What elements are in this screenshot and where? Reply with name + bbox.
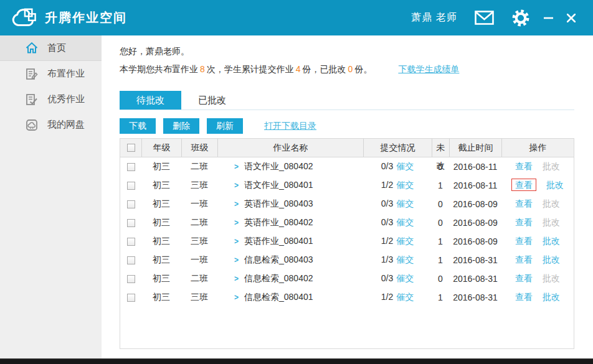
deadline-cell: 2016-08-09: [449, 236, 501, 246]
sidebar-item-cloud-drive[interactable]: 我的网盘: [0, 112, 102, 138]
submission-count: 1/2: [381, 180, 393, 190]
grade-link[interactable]: 批改: [543, 217, 560, 227]
homework-name-cell[interactable]: >英语作业_080402: [217, 217, 363, 228]
homework-name[interactable]: 语文作业_080401: [244, 180, 313, 190]
grade-link[interactable]: 批改: [546, 180, 564, 190]
view-link[interactable]: 查看: [515, 217, 533, 227]
view-link[interactable]: 查看: [515, 273, 533, 283]
actions-cell: 查看批改: [501, 217, 574, 228]
table-row: 初三二班>信息检索_0804020/3催交02016-08-31查看批改: [120, 269, 574, 288]
grade-cell: 初三: [141, 236, 181, 247]
view-link[interactable]: 查看: [515, 254, 533, 264]
view-link[interactable]: 查看: [515, 161, 533, 171]
row-checkbox[interactable]: [127, 200, 135, 208]
ungraded-cell: 1: [432, 236, 449, 246]
grade-link[interactable]: 批改: [543, 292, 560, 302]
actions-cell: 查看批改: [501, 161, 574, 172]
row-checkbox[interactable]: [127, 294, 135, 302]
homework-name-cell[interactable]: >语文作业_080402: [217, 161, 363, 172]
row-checkbox[interactable]: [127, 219, 135, 227]
open-download-dir-link[interactable]: 打开下载目录: [264, 121, 316, 132]
mail-icon[interactable]: [475, 11, 494, 25]
urge-link[interactable]: 催交: [396, 161, 414, 171]
homework-name[interactable]: 英语作业_080403: [244, 198, 313, 208]
homework-name[interactable]: 信息检索_080401: [244, 292, 313, 302]
row-checkbox[interactable]: [127, 182, 135, 190]
class-cell: 一班: [181, 198, 217, 210]
app-title: 升腾作业空间: [45, 9, 127, 26]
class-cell: 三班: [181, 236, 217, 247]
homework-name-cell[interactable]: >英语作业_080403: [217, 198, 363, 210]
submission-count: 1/2: [381, 236, 393, 246]
view-link[interactable]: 查看: [515, 198, 533, 208]
grade-link[interactable]: 批改: [543, 198, 560, 208]
stats-text: 本学期您共布置作业: [120, 64, 198, 74]
grade-link[interactable]: 批改: [543, 273, 560, 283]
ungraded-cell: 1: [432, 255, 449, 265]
grade-link[interactable]: 批改: [543, 236, 560, 246]
minimize-button[interactable]: [544, 17, 553, 19]
homework-name-cell[interactable]: >英语作业_080401: [217, 236, 363, 247]
column-header-class: 班级: [181, 139, 217, 157]
urge-link[interactable]: 催交: [396, 198, 414, 208]
row-checkbox[interactable]: [127, 256, 135, 264]
deadline-cell: 2016-08-09: [449, 218, 501, 228]
row-checkbox[interactable]: [127, 275, 135, 283]
deadline-cell: 2016-08-31: [449, 292, 501, 302]
class-cell: 二班: [181, 161, 217, 172]
select-all-checkbox[interactable]: [127, 144, 135, 152]
sidebar-item-assign-homework[interactable]: 布置作业: [0, 61, 102, 86]
submission-count: 0/3: [381, 161, 393, 171]
homework-name[interactable]: 英语作业_080401: [244, 236, 313, 246]
stats-text: 份，已批改: [303, 64, 346, 74]
row-checkbox[interactable]: [127, 163, 135, 171]
urge-link[interactable]: 催交: [396, 254, 414, 264]
homework-name[interactable]: 英语作业_080402: [244, 217, 313, 227]
grade-link[interactable]: 批改: [543, 161, 560, 171]
actions-cell: 查看批改: [501, 236, 574, 247]
homework-name[interactable]: 信息检索_080403: [244, 254, 313, 264]
homework-name-cell[interactable]: >信息检索_080403: [217, 254, 363, 266]
refresh-button[interactable]: 刷新: [207, 118, 243, 134]
settings-gear-icon[interactable]: [511, 9, 530, 27]
sidebar-item-label: 布置作业: [47, 68, 85, 80]
expand-arrow-icon: >: [234, 162, 239, 171]
urge-link[interactable]: 催交: [396, 273, 414, 283]
grade-link[interactable]: 批改: [543, 254, 560, 264]
download-transcript-link[interactable]: 下载学生成绩单: [398, 64, 459, 74]
urge-link[interactable]: 催交: [396, 236, 414, 246]
sidebar-item-home[interactable]: 首页: [0, 35, 102, 61]
sidebar-item-excellent-homework[interactable]: 优秀作业: [0, 86, 102, 112]
homework-name-cell[interactable]: >信息检索_080402: [217, 273, 363, 284]
class-cell: 二班: [181, 217, 217, 228]
sidebar-item-label: 我的网盘: [47, 119, 85, 131]
homework-name[interactable]: 信息检索_080402: [244, 273, 313, 283]
expand-arrow-icon: >: [234, 256, 239, 264]
urge-link[interactable]: 催交: [396, 292, 414, 302]
expand-arrow-icon: >: [234, 218, 239, 227]
column-header-submission: 提交情况: [363, 139, 432, 157]
toolbar: 下载 删除 刷新 打开下载目录: [120, 118, 593, 134]
submission-cell: 0/3催交: [363, 273, 432, 284]
graded-count: 0: [346, 64, 355, 74]
tab-bar: 待批改 已批改: [120, 91, 574, 110]
assign-homework-icon: [25, 67, 39, 81]
tab-pending-review[interactable]: 待批改: [120, 91, 181, 110]
delete-button[interactable]: 删除: [163, 118, 199, 134]
row-checkbox[interactable]: [127, 238, 135, 246]
homework-name-cell[interactable]: >语文作业_080401: [217, 180, 363, 191]
close-button[interactable]: [567, 14, 576, 22]
view-link[interactable]: 查看: [515, 236, 533, 246]
tab-reviewed[interactable]: 已批改: [181, 91, 243, 110]
download-button[interactable]: 下载: [120, 118, 156, 134]
table-row: 初三一班>英语作业_0804030/3催交02016-08-09查看批改: [120, 195, 574, 213]
view-link[interactable]: 查看: [515, 292, 533, 302]
view-link[interactable]: 查看: [511, 179, 536, 191]
urge-link[interactable]: 催交: [396, 180, 414, 190]
homework-name[interactable]: 语文作业_080402: [244, 161, 313, 171]
ungraded-cell: 0: [432, 218, 449, 228]
homework-name-cell[interactable]: >信息检索_080401: [217, 292, 363, 303]
grade-cell: 初三: [141, 273, 181, 284]
class-cell: 三班: [181, 292, 217, 303]
urge-link[interactable]: 催交: [396, 217, 414, 227]
